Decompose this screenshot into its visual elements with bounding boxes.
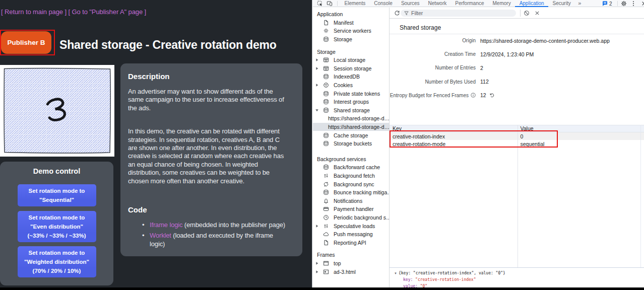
devtools-tab-application[interactable]: Application — [515, 0, 548, 7]
sidebar-item-label: Service workers — [334, 28, 371, 34]
filter-input[interactable]: Filter — [401, 10, 516, 17]
sidebar-item-indexeddb[interactable]: IndexedDB — [313, 72, 389, 81]
sidebar-item-label: Storage — [334, 36, 352, 42]
kv-row-creative-rotation-index[interactable]: creative-rotation-index0 — [390, 132, 644, 140]
report-value: 112 — [480, 79, 489, 85]
report-label-text: Origin — [462, 38, 476, 43]
devtools-tab-console[interactable]: Console — [370, 0, 397, 7]
kebab-menu-icon[interactable] — [632, 1, 634, 7]
sidebar-item-back-forward-cache[interactable]: Back/forward cache — [313, 163, 389, 172]
sidebar-section-storage: StorageLocal storageSession storageIndex… — [313, 47, 389, 148]
delete-selected-icon[interactable] — [534, 10, 540, 16]
sidebar-item-interest-groups[interactable]: Interest groups — [313, 98, 389, 106]
updown-icon — [323, 223, 329, 229]
sidebar-item-storage[interactable]: Storage — [313, 35, 389, 44]
devtools-tab-performance[interactable]: Performance — [451, 0, 488, 7]
sidebar-item-background-fetch[interactable]: Background fetch — [313, 172, 389, 180]
sidebar-item-cookies[interactable]: Cookies — [313, 81, 389, 90]
sidebar-item-label: Back/forward cache — [334, 164, 380, 170]
preview-summary: {key: "creative-rotation-index", value: … — [399, 271, 505, 275]
demo-control-title: Demo control — [0, 168, 113, 175]
sidebar-section-header-storage: Storage — [313, 47, 389, 56]
set-rotation-mode-button-0[interactable]: Set rotation mode to "Sequential" — [18, 184, 96, 206]
sidebar-item-label: Push messaging — [334, 231, 373, 237]
sidebar-item-local-storage[interactable]: Local storage — [313, 56, 389, 64]
clear-all-icon[interactable] — [524, 10, 530, 16]
sidebar-item-bounce-tracking-mitiga[interactable]: Bounce tracking mitiga… — [313, 188, 389, 197]
reset-budget-icon[interactable] — [489, 93, 494, 98]
sidebar-item-payment-handler[interactable]: Payment handler — [313, 205, 389, 213]
code-link-1[interactable]: Worklet — [150, 232, 171, 239]
report-row-number-of-entries: Number of Entries2 — [390, 61, 644, 75]
preview-summary-line[interactable]: ▼ {key: "creative-rotation-index", value… — [394, 271, 505, 275]
devtools-tab-sources[interactable]: Sources — [397, 0, 424, 7]
code-list-item-1: Worklet (loaded and executed by the ifra… — [150, 231, 295, 248]
sidebar-item-background-sync[interactable]: Background sync — [313, 180, 389, 188]
kv-column-header-value[interactable]: Value — [518, 125, 534, 132]
sidebar-item-notifications[interactable]: Notifications — [313, 196, 389, 205]
report-label: Origin — [390, 38, 476, 43]
sidebar-item-ad-3-html[interactable]: ad-3.html — [313, 267, 389, 276]
grid-icon — [323, 65, 329, 71]
chevron-right-icon[interactable] — [315, 270, 319, 274]
page-title: Shared storage - Creative rotation demo — [59, 38, 277, 52]
devtools-tab-elements[interactable]: Elements — [340, 0, 370, 7]
sidebar-item-label: IndexedDB — [334, 74, 360, 80]
payment-icon — [323, 206, 329, 212]
sidebar-item-manifest[interactable]: Manifest — [313, 19, 389, 27]
sidebar-item-shared-storage[interactable]: Shared storage — [313, 106, 389, 115]
settings-gear-icon[interactable] — [621, 1, 627, 7]
kv-column-divider[interactable] — [518, 125, 518, 268]
page-link-1[interactable]: [ Go to "Publisher A" page ] — [68, 8, 146, 16]
kv-row-creative-rotation-mode[interactable]: creative-rotation-modesequential — [390, 140, 644, 148]
sidebar-item-cache-storage[interactable]: Cache storage — [313, 131, 389, 139]
sidebar-item-https-shared-storage-d[interactable]: https://shared-storage-d… — [313, 123, 389, 131]
sidebar-item-push-messaging[interactable]: Push messaging — [313, 230, 389, 239]
report-value-text: https://shared-storage-demo-content-prod… — [480, 38, 610, 44]
inspect-element-icon[interactable] — [316, 1, 323, 7]
triangle-down-icon[interactable]: ▼ — [394, 272, 397, 275]
device-toolbar-icon[interactable] — [326, 1, 333, 7]
service-worker-icon — [323, 28, 329, 34]
devtools-tab-security[interactable]: Security — [548, 0, 575, 7]
issues-indicator[interactable]: 2 — [602, 1, 612, 7]
sidebar-item-https-shared-storage-d[interactable]: https://shared-storage-d… — [313, 114, 389, 123]
more-tabs-chevron[interactable]: » — [575, 0, 584, 7]
database-icon — [323, 107, 329, 113]
page-link-0[interactable]: [ Return to main page ] — [1, 8, 67, 16]
database-icon — [323, 36, 329, 42]
report-value-text: 12 — [480, 92, 486, 98]
sidebar-item-reporting-api[interactable]: Reporting API — [313, 238, 389, 247]
devtools-tab-network[interactable]: Network — [424, 0, 451, 7]
info-icon[interactable] — [471, 93, 476, 98]
filter-placeholder: Filter — [411, 10, 423, 16]
close-devtools-icon[interactable] — [641, 1, 644, 7]
kv-table: KeyValuecreative-rotation-index0creative… — [390, 125, 644, 148]
sidebar-item-periodic-background-s[interactable]: Periodic background s… — [313, 213, 389, 222]
tabbar-right-separator — [617, 1, 618, 6]
set-rotation-mode-button-2[interactable]: Set rotation mode to "Weighted distribut… — [18, 246, 96, 277]
sidebar-item-label: Cookies — [334, 82, 353, 88]
chevron-right-icon[interactable] — [315, 66, 319, 70]
sidebar-item-service-workers[interactable]: Service workers — [313, 27, 389, 35]
chevron-right-icon[interactable] — [315, 224, 319, 228]
code-list: Iframe logic (embedded into the publishe… — [128, 221, 295, 248]
refresh-icon[interactable] — [394, 10, 400, 16]
kv-cell-key: creative-rotation-index — [390, 132, 518, 140]
set-rotation-mode-button-1[interactable]: Set rotation mode to "Even distribution"… — [18, 211, 96, 242]
sidebar-item-session-storage[interactable]: Session storage — [313, 64, 389, 73]
report-row-origin: Originhttps://shared-storage-demo-conten… — [390, 34, 644, 47]
kv-column-header-key[interactable]: Key — [390, 125, 518, 132]
chevron-right-icon[interactable] — [315, 58, 319, 62]
chevron-down-icon[interactable] — [315, 108, 319, 112]
chevron-right-icon[interactable] — [315, 261, 319, 265]
sidebar-item-label: Storage buckets — [334, 140, 372, 147]
sidebar-item-storage-buckets[interactable]: Storage buckets — [313, 139, 389, 148]
sidebar-item-private-state-tokens[interactable]: Private state tokens — [313, 89, 389, 98]
devtools-tab-memory[interactable]: Memory — [488, 0, 515, 7]
sidebar-item-top[interactable]: top — [313, 259, 389, 268]
sidebar-item-label: Local storage — [334, 57, 365, 63]
sidebar-item-speculative-loads[interactable]: Speculative loads — [313, 222, 389, 230]
chevron-right-icon[interactable] — [315, 83, 319, 87]
code-link-0[interactable]: Iframe logic — [150, 221, 182, 229]
